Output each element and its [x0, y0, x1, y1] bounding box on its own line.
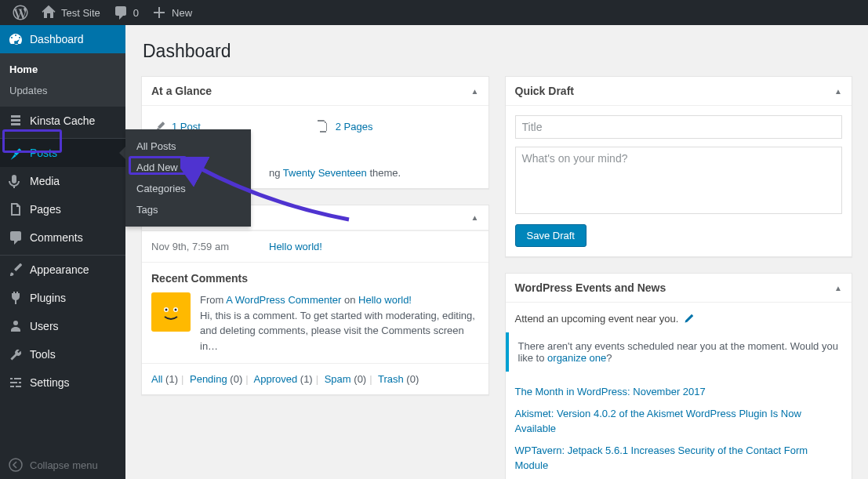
sidebar-item-posts[interactable]: Posts — [0, 139, 125, 167]
comment-item: From A WordPress Commenter on Hello worl… — [151, 292, 479, 354]
filter-all[interactable]: All — [151, 373, 162, 385]
submenu-home[interactable]: Home — [0, 59, 125, 80]
sidebar-label: Settings — [30, 376, 70, 389]
avatar — [151, 292, 191, 332]
sidebar-label: Dashboard — [30, 33, 84, 45]
chevron-up-icon[interactable]: ▲ — [471, 213, 479, 222]
new-label: New — [172, 7, 192, 19]
flyout-all-posts[interactable]: All Posts — [125, 136, 251, 157]
sidebar-item-pages[interactable]: Pages — [0, 195, 125, 223]
news-link[interactable]: Akismet: Version 4.0.2 of the Akismet Wo… — [515, 403, 843, 440]
publish-date: Nov 9th, 7:59 am — [151, 241, 269, 252]
theme-link[interactable]: Twenty Seventeen — [283, 167, 367, 179]
sidebar-label: Appearance — [30, 263, 89, 276]
recently-published: Nov 9th, 7:59 am Hello world! — [142, 230, 488, 262]
pages-icon — [315, 118, 331, 134]
filter-trash[interactable]: Trash — [378, 373, 404, 385]
widget-header[interactable]: Quick Draft ▲ — [506, 77, 852, 106]
filter-approved[interactable]: Approved — [254, 373, 298, 385]
sidebar-item-appearance[interactable]: Appearance — [0, 256, 125, 284]
admin-bar: Test Site 0 New — [0, 0, 868, 25]
dashboard-icon — [8, 31, 24, 47]
filter-pending[interactable]: Pending — [190, 373, 227, 385]
sidebar-label: Plugins — [30, 292, 66, 304]
widget-title: WordPress Events and News — [515, 281, 666, 294]
page-title: Dashboard — [143, 41, 852, 62]
flyout-add-new[interactable]: Add New — [125, 157, 251, 178]
sidebar-item-plugins[interactable]: Plugins — [0, 284, 125, 312]
draft-content-input[interactable] — [515, 147, 843, 214]
wp-logo[interactable] — [6, 0, 35, 25]
brush-icon — [8, 262, 24, 278]
recent-comments-heading: Recent Comments — [151, 272, 479, 285]
main-content: Dashboard At a Glance ▲ 1 Post — [125, 25, 868, 479]
sidebar-label: Media — [30, 175, 60, 187]
user-icon — [8, 318, 24, 334]
comments-link[interactable]: 0 — [107, 0, 145, 25]
pages-icon — [8, 201, 24, 217]
wordpress-icon — [13, 5, 28, 20]
sidebar-item-tools[interactable]: Tools — [0, 340, 125, 368]
organize-one-link[interactable]: organize one — [547, 352, 606, 364]
site-name: Test Site — [61, 7, 100, 19]
plug-icon — [8, 290, 24, 306]
svg-point-3 — [165, 309, 168, 311]
svg-point-0 — [9, 459, 22, 471]
sliders-icon — [8, 375, 24, 390]
sidebar-item-comments[interactable]: Comments — [0, 223, 125, 252]
news-list: The Month in WordPress: November 2017 Ak… — [515, 381, 843, 479]
pin-icon — [8, 145, 24, 161]
media-icon — [8, 173, 24, 189]
sidebar-item-media[interactable]: Media — [0, 167, 125, 195]
widget-header[interactable]: At a Glance ▲ — [142, 77, 488, 106]
chevron-up-icon[interactable]: ▲ — [471, 87, 479, 96]
sidebar-item-dashboard[interactable]: Dashboard — [0, 25, 125, 53]
comment-post-link[interactable]: Hello world! — [358, 294, 412, 306]
widget-title: At a Glance — [151, 85, 212, 97]
flyout-tags[interactable]: Tags — [125, 199, 251, 220]
sidebar-label: Users — [30, 320, 59, 332]
comment-icon — [113, 5, 129, 20]
events-near-you: Attend an upcoming event near you. — [515, 312, 843, 325]
recent-comments: Recent Comments From A WordPress Comment… — [142, 262, 488, 363]
wrench-icon — [8, 347, 24, 362]
sidebar-label: Tools — [30, 348, 56, 361]
submenu-updates[interactable]: Updates — [0, 80, 125, 101]
sidebar-item-kinsta-cache[interactable]: Kinsta Cache — [0, 107, 125, 135]
new-content-link[interactable]: New — [145, 0, 198, 25]
glance-pages[interactable]: 2 Pages — [315, 115, 479, 137]
collapse-icon — [8, 457, 24, 473]
sidebar-label: Kinsta Cache — [30, 114, 95, 127]
glance-pages-link[interactable]: 2 Pages — [336, 121, 373, 132]
news-link[interactable]: The Month in WordPress: November 2017 — [515, 381, 843, 403]
comments-count: 0 — [133, 7, 139, 19]
site-name-link[interactable]: Test Site — [35, 0, 107, 25]
flyout-categories[interactable]: Categories — [125, 178, 251, 199]
sidebar-label: Pages — [30, 203, 61, 216]
events-news-widget: WordPress Events and News ▲ Attend an up… — [505, 273, 853, 479]
sidebar-item-settings[interactable]: Settings — [0, 368, 125, 397]
sidebar-label: Posts — [30, 147, 57, 159]
sidebar-item-users[interactable]: Users — [0, 312, 125, 340]
chevron-up-icon[interactable]: ▲ — [834, 87, 842, 96]
post-link[interactable]: Hello world! — [269, 241, 322, 252]
widget-header[interactable]: WordPress Events and News ▲ — [506, 274, 852, 303]
commenter-link[interactable]: A WordPress Commenter — [226, 294, 341, 306]
collapse-menu[interactable]: Collapse menu — [0, 451, 125, 479]
home-icon — [41, 5, 56, 20]
save-draft-button[interactable]: Save Draft — [515, 224, 587, 247]
news-link[interactable]: WPTavern: WPWeekly Episode 297 – WordCam… — [515, 477, 843, 480]
chevron-up-icon[interactable]: ▲ — [834, 284, 842, 292]
plus-icon — [151, 5, 167, 20]
no-events-notice: There aren't any events scheduled near y… — [506, 332, 852, 372]
comment-filters: All (1)| Pending (0)| Approved (1)| Spam… — [142, 363, 488, 394]
widget-title: Quick Draft — [515, 85, 574, 97]
draft-title-input[interactable] — [515, 115, 843, 139]
admin-sidebar: Dashboard Home Updates Kinsta Cache Post… — [0, 25, 125, 479]
filter-spam[interactable]: Spam — [325, 373, 351, 385]
comment-body: Hi, this is a comment. To get started wi… — [200, 310, 475, 352]
activity-widget: ▲ Nov 9th, 7:59 am Hello world! Recent C… — [141, 205, 489, 395]
posts-flyout-submenu: All Posts Add New Categories Tags — [125, 129, 251, 227]
pencil-icon[interactable] — [683, 312, 695, 325]
news-link[interactable]: WPTavern: Jetpack 5.6.1 Increases Securi… — [515, 440, 843, 477]
